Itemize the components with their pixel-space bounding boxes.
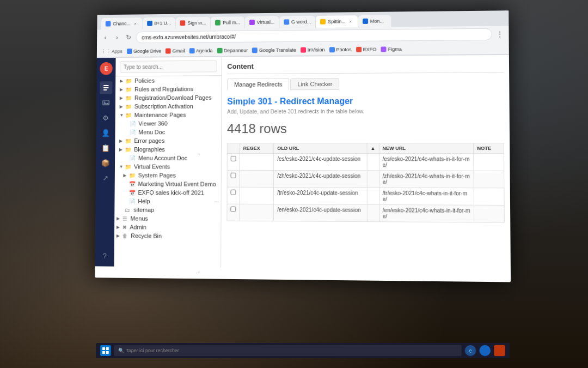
row4-new-url[interactable]: /en/esko-2021/c4c-whats-in-it-for-me/ xyxy=(379,204,474,222)
sidebar-media-icon[interactable] xyxy=(100,96,112,110)
tree-item-account-doc[interactable]: 📄 Menu Account Doc xyxy=(115,154,221,162)
user-avatar[interactable]: E xyxy=(100,62,112,75)
row2-spacer xyxy=(367,171,379,188)
th-regex[interactable]: REGEX xyxy=(240,143,274,154)
bookmark-translate[interactable]: Google Translate xyxy=(252,47,296,53)
tab-label-5: Virtual... xyxy=(257,20,275,25)
browser-tab-last[interactable]: Mon... xyxy=(358,15,391,28)
tree-item-subscription[interactable]: ▶ 📁 Subscription Activation xyxy=(115,102,221,111)
arrow-maintenance: ▼ xyxy=(119,112,124,117)
row2-old-url[interactable]: /zh/esko-2021/c4c-update-session xyxy=(274,170,367,188)
tree-item-systempages[interactable]: ▶ 📁 System Pages xyxy=(115,171,221,179)
browser-chrome: Chanc... × 8+1 U... Sign in... Pull m... xyxy=(97,10,509,58)
tree-item-menus[interactable]: ▶ ☰ Menus xyxy=(114,214,220,223)
bookmark-depanneur-label: Depanneur xyxy=(224,47,248,53)
svg-point-4 xyxy=(104,101,105,102)
tab-link-checker[interactable]: Link Checker xyxy=(290,78,339,90)
browser-tab-active[interactable]: Spittin... × xyxy=(316,15,358,28)
back-button[interactable]: ‹ xyxy=(101,33,110,42)
bookmark-agenda[interactable]: Agenda xyxy=(189,48,212,53)
browser-tab-3[interactable]: Sign in... xyxy=(176,17,211,29)
bookmark-invision[interactable]: InVision xyxy=(301,47,325,52)
bookmark-figma[interactable]: Figma xyxy=(381,46,402,52)
taskbar-firefox-icon[interactable] xyxy=(494,345,505,356)
tree-item-marketing-event[interactable]: 📅 Marketing Virtual Event Demo xyxy=(115,179,221,188)
tree-item-registration[interactable]: ▶ 📁 Registration/Download Pages xyxy=(115,93,221,102)
tree-item-virtualevents[interactable]: ▼ 📁 Virtual Events xyxy=(115,162,221,171)
taskbar-edge-icon[interactable] xyxy=(479,345,491,356)
tab-favicon-3 xyxy=(180,20,186,26)
row3-old-url[interactable]: /tr/esko-2021/c4c-update-session xyxy=(274,187,367,204)
tab-label-6: G word... xyxy=(291,19,311,25)
table-row-1: /es/esko-2021/c4c-update-session /es/esk… xyxy=(227,153,504,171)
tree-item-exfo-sales[interactable]: 📅 EXFO sales kick-off 2021 xyxy=(115,188,221,197)
row1-new-url[interactable]: /es/esko-2021/c4c-whats-in-it-for-me/ xyxy=(379,154,474,171)
browser-tab-4[interactable]: Pull m... xyxy=(211,16,245,28)
table-row-2: /zh/esko-2021/c4c-update-session /zh/esk… xyxy=(227,170,504,188)
tab-favicon-active xyxy=(320,19,326,25)
th-old-url[interactable]: OLD URL xyxy=(274,143,367,153)
tab-close-active[interactable]: × xyxy=(348,19,353,24)
arrow-rules: ▶ xyxy=(120,87,124,92)
browser-tab-2[interactable]: 8+1 U... xyxy=(143,17,175,29)
search-input[interactable] xyxy=(120,61,217,73)
row4-checkbox[interactable] xyxy=(227,204,240,221)
th-note[interactable]: NOTE xyxy=(474,143,504,153)
browser-tab-5[interactable]: Virtual... xyxy=(245,16,279,28)
tree-item-rules[interactable]: ▶ 📁 Rules and Regulations xyxy=(115,85,221,94)
row3-checkbox[interactable] xyxy=(227,187,240,204)
svg-rect-8 xyxy=(106,351,109,354)
tree-label-exfo-sales: EXFO sales kick-off 2021 xyxy=(138,189,204,196)
taskbar-ie-icon[interactable]: e xyxy=(465,345,476,356)
sidebar-content-icon[interactable] xyxy=(100,81,112,94)
bookmark-photos[interactable]: Photos xyxy=(329,46,352,52)
reload-button[interactable]: ↻ xyxy=(124,33,133,42)
tree-item-maintenance[interactable]: ▼ 📁 Maintenance Pages xyxy=(115,111,222,119)
rows-count: 4418 rows xyxy=(227,120,504,136)
bookmark-translate-icon xyxy=(252,47,258,53)
address-bar[interactable]: cms-exfo.azurewebsites.net/umbraco/#/ xyxy=(136,28,492,44)
row2-new-url[interactable]: /zh/esko-2021/c4c-whats-in-it-for-me/ xyxy=(379,171,474,188)
tree-item-admin[interactable]: ▶ ✖ Admin xyxy=(114,222,220,232)
tree-item-recycle[interactable]: ▶ 🗑 Recycle Bin xyxy=(114,231,220,240)
tree-item-biographies[interactable]: ▶ 📁 Biographies xyxy=(115,145,221,154)
bookmark-gmail[interactable]: Gmail xyxy=(166,48,185,53)
taskbar-search[interactable]: 🔍 Taper ici pour rechercher xyxy=(114,345,461,356)
browser-tab-6[interactable]: G word... xyxy=(279,16,315,28)
row3-new-url[interactable]: /tr/esko-2021/c4c-whats-in-it-for-me/ xyxy=(379,188,474,205)
tree-item-policies[interactable]: ▶ 📁 Policies xyxy=(115,76,221,85)
tab-manage-redirects[interactable]: Manage Redirects xyxy=(227,78,289,90)
windows-start-button[interactable] xyxy=(100,345,111,356)
tree-item-menudoc[interactable]: 📄 Menu Doc xyxy=(115,128,221,136)
th-new-url[interactable]: NEW URL xyxy=(379,143,474,153)
extensions-button[interactable]: ⋮ xyxy=(495,30,505,39)
tree-item-sitemap[interactable]: 🗂 sitemap xyxy=(114,206,220,215)
sidebar-help-icon[interactable]: ? xyxy=(98,249,111,262)
arrow-menus: ▶ xyxy=(117,216,121,221)
bookmark-depanneur[interactable]: Depanneur xyxy=(217,47,248,53)
sidebar-redirect-icon[interactable]: ↗ xyxy=(99,171,112,184)
tab-close-1[interactable]: × xyxy=(133,21,138,26)
bookmark-exfo[interactable]: EXFO xyxy=(356,46,377,52)
row1-old-url[interactable]: /es/esko-2021/c4c-update-session xyxy=(274,153,367,170)
row4-old-url[interactable]: /en/esko-2021/c4c-update-session xyxy=(274,204,367,222)
browser-tab-1[interactable]: Chanc... × xyxy=(101,17,142,29)
sidebar-users-icon[interactable]: 👤 xyxy=(99,126,112,140)
tree-item-errorpages[interactable]: ▶ 📁 Error pages xyxy=(115,136,221,145)
tree-item-help[interactable]: 📄 Help ··· xyxy=(114,197,220,206)
bookmark-exfo-icon xyxy=(356,46,362,52)
tab-label-1: Chanc... xyxy=(113,21,130,26)
sidebar-forms-icon[interactable]: 📋 xyxy=(99,141,112,154)
bookmark-drive[interactable]: Google Drive xyxy=(127,48,162,53)
bookmark-photos-icon xyxy=(329,47,335,52)
help-menu-dots[interactable]: ··· xyxy=(214,198,218,204)
sidebar-settings-icon[interactable]: ⚙ xyxy=(100,111,112,124)
sidebar-packages-icon[interactable]: 📦 xyxy=(99,156,112,170)
row2-checkbox[interactable] xyxy=(227,170,240,187)
forward-button[interactable]: › xyxy=(113,33,121,42)
tree-item-viewer360[interactable]: 📄 Viewer 360 xyxy=(115,119,222,128)
th-sort[interactable]: ▲ xyxy=(367,143,379,153)
sitemap-icon: 🗂 xyxy=(125,207,132,213)
svg-rect-5 xyxy=(102,347,105,350)
row1-checkbox[interactable] xyxy=(227,153,240,170)
